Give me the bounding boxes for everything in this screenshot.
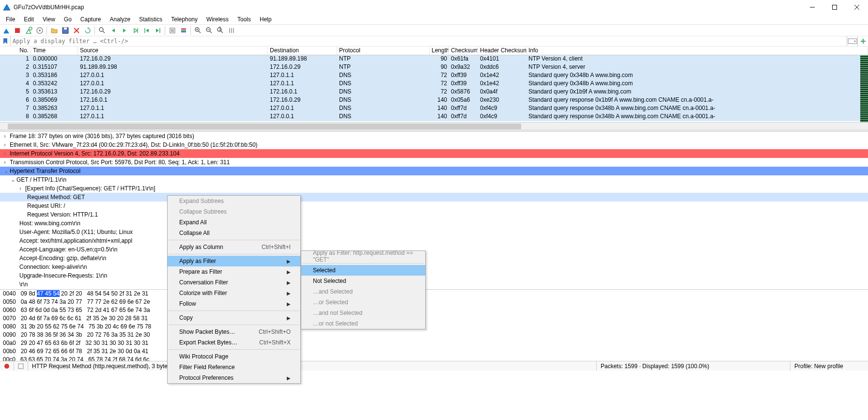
menu-tools[interactable]: Tools [233,15,255,24]
last-packet-icon[interactable] [153,25,163,36]
packet-row[interactable]: 50.353613172.16.0.29172.16.0.1DNS720x587… [0,88,868,96]
bytes-line[interactable]: 0080 31 3b 20 55 62 75 6e 74 75 3b 20 4c… [0,323,868,331]
display-filter-input[interactable] [11,36,847,46]
col-header-protocol[interactable]: Protocol [337,47,430,55]
packet-row[interactable]: 60.385069172.16.0.1172.16.0.29DNS1400x05… [0,96,868,105]
next-packet-icon[interactable] [119,25,130,36]
menu-help[interactable]: Help [256,15,276,24]
packet-list[interactable]: 10.000000172.16.0.2991.189.89.198NTP900x… [0,55,868,122]
context-menu-item[interactable]: Copy▶ [168,312,300,323]
save-file-icon[interactable] [60,25,71,36]
menu-wireless[interactable]: Wireless [202,15,232,24]
context-menu-item[interactable]: Collapse All [168,228,300,238]
packet-row[interactable]: 30.353186127.0.0.1127.0.1.1DNS720xff390x… [0,72,868,80]
open-file-icon[interactable] [49,25,60,36]
close-file-icon[interactable] [71,25,82,36]
context-menu-item[interactable]: Filter Field Reference [168,362,300,373]
maximize-button[interactable] [823,0,846,15]
menu-file[interactable]: File [2,15,19,24]
menu-capture[interactable]: Capture [77,15,105,24]
filter-bookmark-icon[interactable] [0,36,11,47]
menu-go[interactable]: Go [60,15,76,24]
menu-view[interactable]: View [39,15,59,24]
filter-dropdown-icon[interactable] [847,36,857,47]
bytes-line[interactable]: 00c0 63 63 65 70 74 3a 20 74 65 78 74 2f… [0,356,868,361]
packet-list-minimap[interactable] [860,55,868,122]
detail-request-method[interactable]: Request Method: GET [27,194,85,201]
context-menu-item[interactable]: Colorize with Filter▶ [168,288,300,298]
status-profile[interactable]: Profile: New profile [790,361,868,371]
col-header-source[interactable]: Source [78,47,268,55]
col-header-length[interactable]: Length [430,47,449,55]
prev-packet-icon[interactable] [108,25,119,36]
stop-capture-icon[interactable] [12,25,23,36]
packet-row[interactable]: 20.31510791.189.89.198172.16.0.29NTP900x… [0,63,868,72]
context-menu-item[interactable]: Protocol Preferences▶ [168,373,300,383]
context-menu-item[interactable]: Export Packet Bytes…Ctrl+Shift+X [168,337,300,348]
col-header-destination[interactable]: Destination [268,47,337,55]
context-menu-item[interactable]: Expand All [168,217,300,228]
context-menu-item[interactable]: Wiki Protocol Page [168,351,300,362]
menu-analyze[interactable]: Analyze [106,15,135,24]
menu-edit[interactable]: Edit [20,15,38,24]
detail-request-version[interactable]: Request Version: HTTP/1.1 [27,211,98,218]
auto-scroll-icon[interactable] [167,25,178,36]
submenu-item[interactable]: Not Selected [301,276,425,286]
bytes-line[interactable]: 00b0 20 46 69 72 65 66 6f 78 2f 35 31 2e… [0,347,868,356]
packet-row[interactable]: 70.385263127.0.1.1127.0.0.1DNS1400xff7d0… [0,105,868,113]
detail-accept-encoding[interactable]: Accept-Encoding: gzip, deflate\r\n [19,255,106,262]
capture-options-icon[interactable] [34,25,45,36]
detail-accept[interactable]: Accept: text/html,application/xhtml+xml,… [19,237,132,244]
filter-add-icon[interactable] [857,36,868,47]
status-capture-file-icon[interactable] [14,361,28,371]
bytes-line[interactable]: 0050 0a 48 6f 73 74 3a 20 77 77 77 2e 62… [0,298,868,306]
detail-expert-info[interactable]: [Expert Info (Chat/Sequence): GET / HTTP… [25,185,155,192]
packet-row[interactable]: 80.385268127.0.1.1127.0.0.1DNS1400xff7d0… [0,113,868,121]
bytes-line[interactable]: 0090 20 78 38 36 5f 36 34 3b 20 72 76 3a… [0,331,868,339]
packet-row[interactable]: 40.353242127.0.0.1127.0.1.1DNS720xff390x… [0,80,868,88]
context-menu-item[interactable]: Conversation Filter▶ [168,277,300,288]
detail-accept-language[interactable]: Accept-Language: en-US,en;q=0.5\r\n [19,246,117,253]
detail-frame[interactable]: Frame 18: 377 bytes on wire (3016 bits),… [10,133,194,140]
find-packet-icon[interactable] [97,25,108,36]
menu-telephony[interactable]: Telephony [167,15,202,24]
detail-ip[interactable]: Internet Protocol Version 4, Src: 172.16… [10,150,180,157]
start-capture-icon[interactable] [1,25,12,36]
status-expert-icon[interactable] [0,361,14,371]
bytes-line[interactable]: 0070 20 4d 6f 7a 69 6c 6c 61 2f 35 2e 30… [0,314,868,323]
zoom-reset-icon[interactable]: 1 [215,25,226,36]
colorize-icon[interactable] [178,25,189,36]
close-button[interactable] [846,0,868,15]
zoom-in-icon[interactable] [193,25,203,36]
bytes-line[interactable]: 0040 09 8d 47 45 54 20 2f 20 48 54 54 50… [0,290,868,298]
restart-capture-icon[interactable] [23,25,34,36]
detail-request-uri[interactable]: Request URI: / [27,202,65,209]
detail-tcp[interactable]: Transmission Control Protocol, Src Port:… [10,159,230,166]
packet-row[interactable]: 10.000000172.16.0.2991.189.89.198NTP900x… [0,55,868,63]
zoom-out-icon[interactable] [204,25,215,36]
detail-get-line[interactable]: GET / HTTP/1.1\r\n [16,176,66,183]
minimize-button[interactable] [801,0,823,15]
col-header-info[interactable]: Info [527,47,868,55]
col-header-header-checksum[interactable]: Header Checksum [478,47,527,55]
goto-packet-icon[interactable] [130,25,141,36]
context-menu-item[interactable]: Follow▶ [168,298,300,309]
detail-ethernet[interactable]: Ethernet II, Src: VMware_7f:23:d4 (00:0c… [10,141,258,148]
packet-list-hscroll[interactable] [0,122,868,130]
context-menu-item[interactable]: Prepare as Filter▶ [168,266,300,277]
first-packet-icon[interactable] [141,25,152,36]
bytes-line[interactable]: 0060 63 6f 6d 0d 0a 55 73 65 72 2d 41 67… [0,306,868,314]
packet-bytes[interactable]: 0040 09 8d 47 45 54 20 2f 20 48 54 54 50… [0,289,868,361]
col-header-checksum[interactable]: Checksum [449,47,478,55]
resize-columns-icon[interactable] [226,25,237,36]
col-header-time[interactable]: Time [31,47,78,55]
reload-icon[interactable] [82,25,93,36]
col-header-no[interactable]: No. [0,47,31,55]
submenu-item[interactable]: Selected [301,265,425,276]
detail-upgrade[interactable]: Upgrade-Insecure-Requests: 1\r\n [19,272,107,279]
context-menu-item[interactable]: Show Packet Bytes…Ctrl+Shift+O [168,327,300,337]
detail-http[interactable]: Hypertext Transfer Protocol [10,168,80,174]
menu-statistics[interactable]: Statistics [135,15,166,24]
packet-details[interactable]: ›Frame 18: 377 bytes on wire (3016 bits)… [0,132,868,289]
context-menu-item[interactable]: Apply as ColumnCtrl+Shift+I [168,242,300,252]
